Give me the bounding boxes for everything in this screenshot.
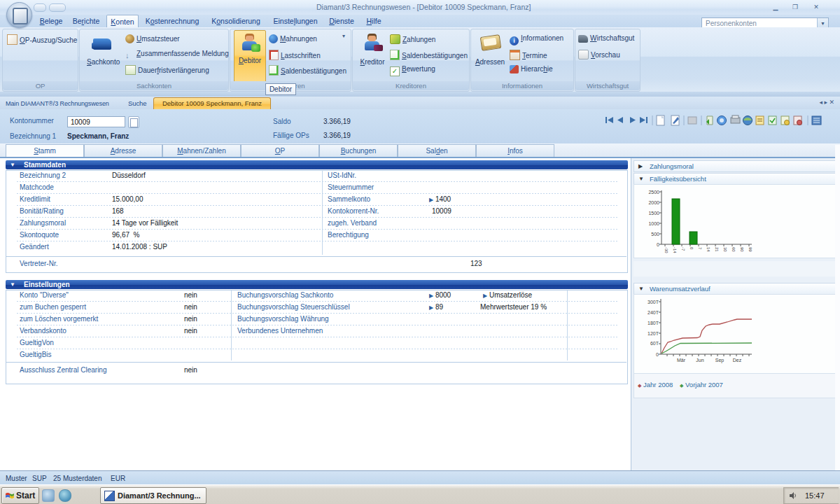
svg-text:120T: 120T [648,331,659,336]
svg-text:Mär: Mär [677,358,686,363]
svg-text:Jun: Jun [696,358,704,363]
svg-text:Dez: Dez [733,358,742,363]
svg-text:14: 14 [706,247,710,252]
svg-text:-7: -7 [681,247,685,251]
svg-text:-30: -30 [664,247,668,253]
svg-text:0: 0 [656,352,659,357]
svg-text:500: 500 [651,232,659,237]
svg-text:60: 60 [732,247,736,252]
svg-text:0: 0 [690,247,694,250]
svg-text:7: 7 [698,247,702,250]
svg-text:99: 99 [748,247,752,252]
svg-text:1000: 1000 [648,221,659,226]
svg-text:300T: 300T [648,300,659,304]
svg-text:0: 0 [657,242,659,247]
svg-text:Sep: Sep [715,358,724,363]
svg-text:240T: 240T [648,310,659,315]
svg-text:1500: 1500 [648,211,659,216]
svg-text:90: 90 [740,247,744,252]
svg-text:2000: 2000 [648,200,659,205]
svg-text:2500: 2500 [648,190,659,195]
svg-text:180T: 180T [648,321,659,326]
svg-text:-14: -14 [673,247,677,253]
svg-text:21: 21 [715,247,719,252]
svg-text:30: 30 [723,247,727,252]
svg-text:60T: 60T [650,341,659,346]
